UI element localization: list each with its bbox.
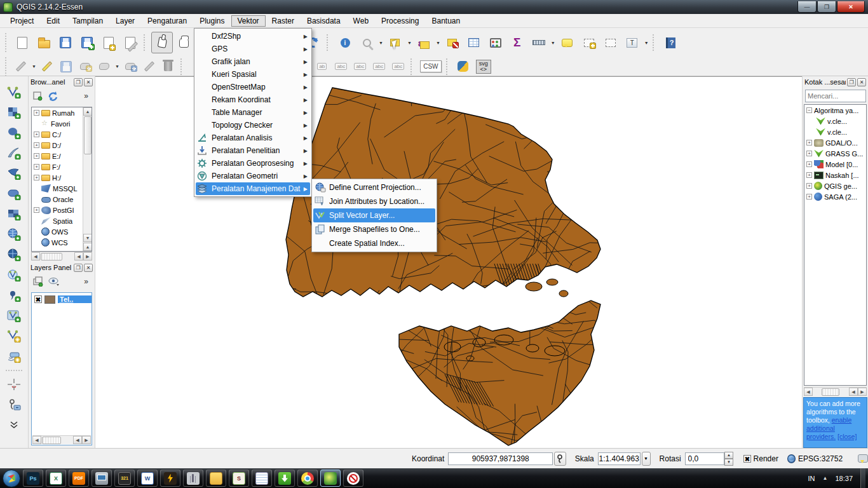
coordinate-capture-button[interactable] xyxy=(4,375,24,394)
menu-item-peralatan-geometri[interactable]: Peralatan Geometri▶ xyxy=(196,170,310,182)
menu-raster[interactable]: Raster xyxy=(266,15,301,27)
delete-selected-button[interactable] xyxy=(159,59,178,74)
menu-web[interactable]: Web xyxy=(347,15,375,27)
save-project-as-button[interactable] xyxy=(76,32,98,53)
browser-vscrollbar[interactable]: ▲ ▼ ▲ xyxy=(83,107,92,251)
expand-icon[interactable]: + xyxy=(806,194,812,200)
scroll-right-button[interactable]: ▶ xyxy=(858,388,867,396)
expand-icon[interactable]: + xyxy=(806,172,812,178)
feature-action-dropdown[interactable]: ▼ xyxy=(379,41,383,45)
scroll-thumb[interactable] xyxy=(84,116,92,154)
scroll-left-button[interactable]: ◀ xyxy=(804,388,813,396)
touch-zoom-pan-button[interactable] xyxy=(151,32,173,53)
menu-vektor[interactable]: Vektor xyxy=(231,15,266,27)
scroll-up2-button[interactable]: ▲ xyxy=(83,243,92,251)
scroll-up-button[interactable]: ▲ xyxy=(83,107,92,116)
composer-manager-button[interactable] xyxy=(119,32,141,53)
expand-icon[interactable]: + xyxy=(34,142,39,148)
show-desktop-button[interactable] xyxy=(860,468,865,488)
messages-icon[interactable] xyxy=(858,454,868,463)
osm-download-button[interactable] xyxy=(4,395,24,414)
scale-combobox[interactable]: 1:1.404.963 xyxy=(598,452,641,465)
toolbox-item-qgis[interactable]: +QGIS ge... xyxy=(804,180,866,191)
expand-icon[interactable]: + xyxy=(34,164,39,170)
menu-item-create-spatial-index[interactable]: Create Spatial Index... xyxy=(313,236,435,250)
new-shapefile-layer-button[interactable] xyxy=(4,306,24,325)
taskbar-ebook[interactable]: S xyxy=(229,470,249,487)
save-project-button[interactable] xyxy=(55,32,76,53)
toolbox-hscrollbar[interactable]: ◀ ◀ ▶ xyxy=(804,387,867,396)
select-features-dropdown[interactable]: ▼ xyxy=(407,41,412,45)
run-feature-action-button[interactable] xyxy=(356,32,377,53)
show-hidden-icons[interactable]: ▲ xyxy=(823,475,828,481)
new-composer-button[interactable] xyxy=(98,32,119,53)
scroll-thumb[interactable] xyxy=(42,437,61,444)
circular-string-dropdown[interactable]: ▼ xyxy=(115,64,119,69)
taskbar-pdf-reader[interactable]: PDF xyxy=(69,470,89,487)
add-oracle-layer-button[interactable] xyxy=(4,184,24,203)
epsg-label[interactable]: EPSG:32752 xyxy=(798,454,843,463)
add-spatialite-layer-button[interactable] xyxy=(4,144,24,163)
field-calculator-button[interactable] xyxy=(485,32,506,53)
manage-visibility-icon[interactable] xyxy=(48,277,60,286)
menu-plugins[interactable]: Plugins xyxy=(193,15,231,27)
spin-up-icon[interactable]: ▲ xyxy=(724,452,734,459)
add-db2-layer-button[interactable] xyxy=(4,205,24,224)
taskbar-chrome[interactable] xyxy=(297,470,318,487)
toolbox-item-naskah[interactable]: +Naskah [... xyxy=(804,170,866,180)
menu-basisdata[interactable]: Basisdata xyxy=(301,15,347,27)
toolbox-item-model[interactable]: +Model [0... xyxy=(804,159,866,170)
language-indicator[interactable]: IN xyxy=(808,475,815,482)
collapse-icon[interactable]: − xyxy=(806,107,812,113)
menu-tampilan[interactable]: Tampilan xyxy=(66,15,109,27)
add-group-icon[interactable] xyxy=(32,276,43,287)
expand-icon[interactable]: + xyxy=(34,207,39,213)
toolbox-item-algoritma[interactable]: −Algoritma ya... xyxy=(804,105,866,116)
render-checkbox[interactable]: ✖ xyxy=(743,455,750,463)
annotation-dropdown[interactable]: ▼ xyxy=(644,41,649,45)
expand-icon[interactable]: + xyxy=(806,161,812,167)
menu-item-grafik-jalan[interactable]: Grafik jalan▶ xyxy=(196,55,310,68)
toolbox-item-saga[interactable]: +SAGA (2... xyxy=(804,191,866,202)
menu-item-split-vector-layer[interactable]: Split Vector Layer... xyxy=(313,208,435,222)
toolbar-grip[interactable] xyxy=(5,57,9,76)
map-tips-button[interactable] xyxy=(557,32,578,53)
current-edits-button[interactable] xyxy=(11,59,31,74)
select-expression-dropdown[interactable]: ▼ xyxy=(436,41,440,45)
expand-icon[interactable]: + xyxy=(806,183,812,189)
add-gps-layer-button[interactable] xyxy=(4,347,24,366)
menu-item-rekam-koordinat[interactable]: Rekam Koordinat▶ xyxy=(196,93,310,106)
extent-toggle-button[interactable] xyxy=(554,452,566,466)
start-button[interactable] xyxy=(3,470,20,487)
add-delimited-text-layer-button[interactable] xyxy=(4,286,24,305)
close-panel-icon[interactable]: ✕ xyxy=(84,264,93,272)
menu-item-peralatan-analisis[interactable]: Peralatan Analisis▶ xyxy=(196,132,310,144)
scroll-thumb[interactable] xyxy=(822,388,839,396)
float-panel-icon[interactable]: ❐ xyxy=(74,78,83,86)
label-visibility-button[interactable]: abc xyxy=(332,59,351,74)
scroll-left2-button[interactable]: ◀ xyxy=(849,388,858,396)
close-notice-link[interactable]: [close] xyxy=(837,433,857,440)
rotation-spinner[interactable]: ▲▼ xyxy=(724,452,734,466)
taskbar-presentation[interactable] xyxy=(92,470,112,487)
menu-project[interactable]: Project xyxy=(4,15,40,27)
add-mssql-layer-button[interactable] xyxy=(4,164,24,183)
add-selected-layer-icon[interactable] xyxy=(32,91,43,101)
text-annotation-button[interactable]: T xyxy=(621,32,643,53)
menu-item-peralatan-manajemen-data[interactable]: Peralatan Manajemen Data▶ xyxy=(196,182,310,195)
minimize-button[interactable]: — xyxy=(797,1,817,13)
label-pin-button[interactable]: ab xyxy=(313,59,332,74)
menu-layer[interactable]: Layer xyxy=(109,15,141,27)
add-circular-string-button[interactable] xyxy=(95,59,114,74)
add-wfs-layer-button[interactable] xyxy=(4,266,24,285)
scale-dropdown-button[interactable]: ▼ xyxy=(642,452,651,466)
layer-name[interactable]: Tel.. xyxy=(58,295,92,303)
expand-icon[interactable]: + xyxy=(34,153,39,159)
coordinate-input[interactable] xyxy=(448,452,553,465)
label-rotate-button[interactable]: abc xyxy=(370,59,389,74)
taskbar-idm[interactable] xyxy=(275,470,295,487)
refresh-browser-icon[interactable] xyxy=(48,91,58,101)
measure-dropdown[interactable]: ▼ xyxy=(551,41,555,45)
csw-button[interactable]: CSW xyxy=(418,59,444,74)
pan-map-button[interactable] xyxy=(173,32,194,53)
